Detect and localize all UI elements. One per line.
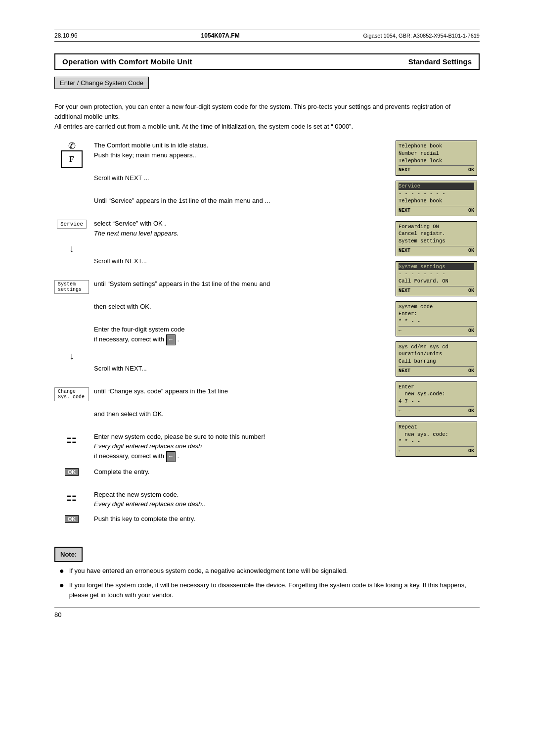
lcd5-ok: OK	[468, 328, 474, 334]
note-label: Note:	[54, 547, 83, 562]
step-change-syscode: Change Sys. code until “Change sys. code…	[54, 386, 391, 404]
step-until-service: Until “Service” appears in the 1st line …	[54, 196, 391, 214]
doc-header-filename: 1054K07A.FM	[201, 32, 240, 39]
doc-header-reference: Gigaset 1054, GBR: A30852-X954-B101-1-76…	[363, 33, 480, 39]
step-scroll-next-1: Scroll with NEXT ...	[54, 173, 391, 191]
step4-text: select “Service” with OK . The next menu…	[89, 219, 391, 238]
lcd5-back: ←	[399, 328, 401, 334]
step6-text: until “System settings” appears in the 1…	[89, 279, 391, 289]
lcd5-bottom: ← OK	[399, 326, 474, 334]
lcd3-line3: System settings	[399, 237, 474, 245]
step3-text: Until “Service” appears in the 1st line …	[89, 196, 391, 206]
lcd2-ok: OK	[468, 207, 474, 214]
note-items: ● If you have entered an erroneous syste…	[59, 566, 480, 600]
step-system-settings: System settings until “System settings” …	[54, 279, 391, 297]
step-ok-final: OK Push this key to complete the entry.	[54, 514, 391, 532]
step-repeat-code: ⚏ Repeat the new system code. Every digi…	[54, 490, 391, 509]
step14-italic: Every digit entered replaces one dash..	[94, 500, 205, 508]
ok-icon-2: OK	[54, 515, 89, 523]
system-settings-label-icon: System settings	[54, 280, 89, 296]
lcd5-line3: * * - -	[399, 318, 474, 325]
lcd1-ok: OK	[468, 167, 474, 174]
lcd3-line2: Cancel registr.	[399, 230, 474, 237]
lcd2-line3: Telephone book	[399, 197, 474, 205]
step8-text: Enter the four-digit system code if nece…	[89, 325, 391, 345]
step12-text: Enter new system code, please be sure to…	[89, 432, 391, 462]
step-ok-complete: OK Complete the entry.	[54, 467, 391, 485]
step9-text: Scroll with NEXT...	[89, 364, 391, 374]
lcd-screen-2: Service - - - - - - - - Telephone book N…	[396, 181, 477, 216]
lcd3-ok: OK	[468, 247, 474, 254]
step13-text: Complete the entry.	[89, 467, 391, 477]
lcd2-line1: Service	[399, 183, 474, 190]
lcd1-line2: Number redial	[399, 150, 474, 157]
backspace-key-2: ←	[166, 451, 176, 462]
arrow-connector-1: ↓	[69, 243, 391, 254]
lcd-screen-6: Sys cd/Mn sys cd Duration/Units Call bar…	[396, 341, 477, 377]
lcd2-line2: - - - - - - - -	[399, 190, 474, 197]
lcd-screen-1: Telephone book Number redial Telephone l…	[396, 141, 477, 176]
keypad-glyph-1: ⚏	[66, 433, 77, 445]
f-key-icon: F	[61, 150, 83, 168]
note-section: Note: ● If you have entered an erroneous…	[54, 547, 480, 600]
lcd-screen-5: System code Enter: * * - - ← OK	[396, 301, 477, 336]
lcd8-line2: new sys. code:	[399, 431, 474, 438]
lcd6-line1: Sys cd/Mn sys cd	[399, 343, 474, 351]
lcd5-line2: Enter:	[399, 310, 474, 318]
change-syscode-screen-label: Change Sys. code	[54, 387, 89, 401]
intro-text: For your own protection, you can enter a…	[54, 102, 480, 132]
step-select-service: Service select “Service” with OK . The n…	[54, 219, 391, 238]
step-enter-code: Enter the four-digit system code if nece…	[54, 325, 391, 345]
step-phone: ✆ F The Comfort mobile unit is in idle s…	[54, 141, 391, 168]
lcd8-bottom: ← OK	[399, 446, 474, 455]
lcd6-ok: OK	[468, 368, 474, 375]
step15-text: Push this key to complete the entry.	[89, 514, 391, 524]
arrow-connector-2: ↓	[69, 350, 391, 362]
lcd-screen-4: System settings - - - - - - - - Call For…	[396, 261, 477, 296]
lcd4-next: NEXT	[399, 287, 410, 294]
lcd7-ok: OK	[468, 408, 474, 415]
note-text-1: If you have entered an erroneous system …	[69, 566, 348, 576]
lcd4-ok: OK	[468, 287, 474, 294]
note-bullet-2: ●	[59, 580, 64, 590]
step4-italic: The next menu level appears.	[94, 230, 178, 237]
intro-line-1: For your own protection, you can enter a…	[54, 103, 450, 120]
lcd2-next: NEXT	[399, 207, 410, 214]
lcd3-line1: Forwarding ON	[399, 223, 474, 231]
doc-header-date: 28.10.96	[54, 32, 78, 39]
lcd8-line1: Repeat	[399, 424, 474, 431]
lcd5-line1: System code	[399, 303, 474, 311]
keypad-glyph-2: ⚏	[66, 491, 77, 503]
lcd7-back: ←	[399, 408, 401, 415]
step-scroll-next-2: Scroll with NEXT...	[54, 256, 391, 274]
lcd3-bottom: NEXT OK	[399, 246, 474, 254]
lcd2-bottom: NEXT OK	[399, 206, 474, 214]
steps-column: ✆ F The Comfort mobile unit is in idle s…	[54, 141, 396, 537]
backspace-key-1: ←	[166, 334, 176, 345]
note-item-1: ● If you have entered an erroneous syste…	[59, 566, 480, 576]
lcd3-next: NEXT	[399, 247, 410, 254]
ok-box-1: OK	[65, 468, 79, 476]
change-syscode-label-icon: Change Sys. code	[54, 387, 89, 403]
lcd-screen-3: Forwarding ON Cancel registr. System set…	[396, 221, 477, 256]
lcd6-next: NEXT	[399, 368, 410, 375]
lcd-screen-8: Repeat new sys. code: * * - - ← OK	[396, 422, 477, 457]
ok-box-2: OK	[65, 515, 79, 523]
system-settings-screen-label: System settings	[54, 280, 89, 294]
note-item-2: ● If you forget the system code, it will…	[59, 580, 480, 600]
note-text-2: If you forget the system code, it will b…	[69, 580, 480, 600]
step10-text: until “Change sys. code” appears in the …	[89, 386, 391, 396]
page-number: 80	[54, 608, 480, 618]
note-bullet-1: ●	[59, 566, 64, 575]
intro-line-2: All entries are carried out from a mobil…	[54, 123, 353, 130]
lcd7-line2: new sys.code:	[399, 390, 474, 398]
lcd4-line2: - - - - - - - -	[399, 270, 474, 278]
lcd6-line2: Duration/Units	[399, 350, 474, 358]
ok-icon-1: OK	[54, 468, 89, 476]
lcd6-bottom: NEXT OK	[399, 366, 474, 375]
lcd-screens-column: Telephone book Number redial Telephone l…	[396, 141, 480, 537]
step11-text: and then select with OK.	[89, 409, 391, 419]
lcd1-line1: Telephone book	[399, 142, 474, 150]
section-header: Enter / Change System Code	[54, 77, 149, 89]
keypad-icon-1: ⚏	[54, 433, 89, 445]
